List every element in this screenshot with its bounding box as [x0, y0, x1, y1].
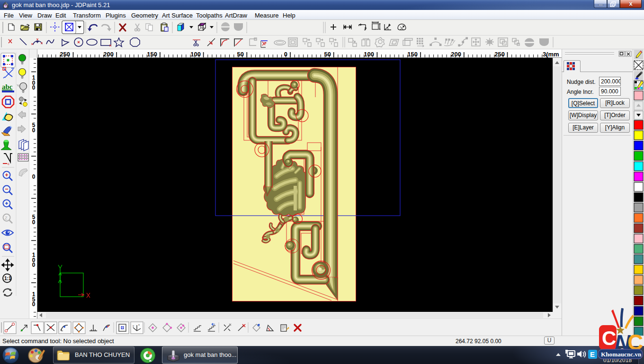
- svg-text:x: x: [138, 323, 140, 326]
- svg-text:C: C: [602, 327, 616, 349]
- svg-text:50: 50: [324, 51, 331, 58]
- svg-text:0: 0: [32, 127, 36, 134]
- svg-text:100: 100: [364, 51, 374, 58]
- svg-text:200: 200: [103, 51, 114, 58]
- svg-text:0: 0: [32, 262, 36, 268]
- svg-text:abc: abc: [2, 83, 13, 91]
- svg-text:0: 0: [32, 219, 36, 226]
- svg-text:150: 150: [407, 51, 418, 58]
- svg-text:1:1: 1:1: [4, 276, 11, 281]
- svg-text:250: 250: [494, 51, 505, 58]
- svg-text:0: 0: [32, 84, 36, 91]
- svg-text:100: 100: [190, 51, 201, 58]
- svg-text:y: y: [133, 324, 134, 327]
- svg-text:150: 150: [147, 51, 157, 58]
- svg-text:250: 250: [60, 51, 70, 58]
- svg-text:Z: Z: [5, 216, 8, 220]
- svg-text:200: 200: [451, 51, 461, 58]
- svg-text:Khomaucnc.vn: Khomaucnc.vn: [601, 351, 642, 358]
- svg-text:50: 50: [237, 51, 244, 58]
- svg-text:c: c: [8, 162, 9, 166]
- svg-text:3(mm: 3(mm: [543, 51, 559, 58]
- svg-text:0: 0: [32, 173, 36, 180]
- svg-text:0: 0: [284, 51, 287, 58]
- svg-text:0: 0: [32, 301, 36, 308]
